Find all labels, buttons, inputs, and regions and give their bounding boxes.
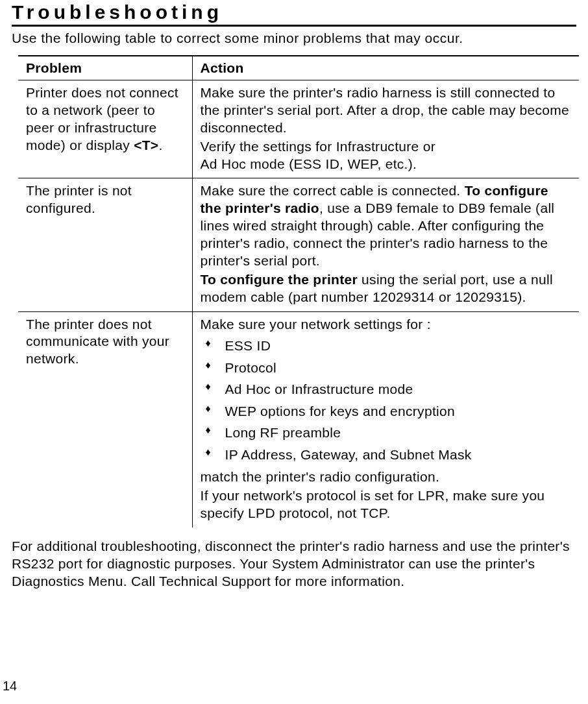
text: match the printer's radio configuration.: [201, 468, 573, 486]
text: Make sure your network settings for :: [201, 316, 573, 334]
list-item: IP Address, Gateway, and Subnet Mask: [204, 444, 573, 465]
text: Make sure the printer's radio harness is…: [201, 84, 573, 137]
page: Troubleshooting Use the following table …: [0, 0, 588, 704]
table-header-row: Problem Action: [18, 56, 579, 80]
cell-problem: The printer does not communicate with yo…: [18, 311, 192, 528]
table-row: The printer does not communicate with yo…: [18, 311, 579, 528]
text: .: [158, 138, 162, 152]
intro-text: Use the following table to correct some …: [12, 30, 576, 46]
cell-problem: The printer is not configured.: [18, 178, 192, 311]
cell-action: Make sure your network settings for : ES…: [192, 311, 579, 528]
text-bold: <T>: [134, 138, 158, 152]
page-title: Troubleshooting: [12, 0, 576, 23]
list-item: WEP options for keys and encryption: [204, 401, 573, 422]
footer-paragraph: For additional troubleshooting, disconne…: [12, 538, 576, 590]
text: Ad Hoc mode (ESS ID, WEP, etc.).: [201, 156, 417, 171]
text: Make sure the correct cable is connected…: [201, 183, 465, 198]
list-item: Ad Hoc or Infrastructure mode: [204, 379, 573, 400]
list-item: Long RF preamble: [204, 422, 573, 443]
table-row: Printer does not connect to a network (p…: [18, 80, 579, 178]
list-item: ESS ID: [204, 335, 573, 356]
bullet-list: ESS ID Protocol Ad Hoc or Infrastructure…: [201, 335, 573, 465]
header-action: Action: [192, 56, 579, 80]
text-bold: To configure the printer: [201, 272, 358, 287]
cell-problem: Printer does not connect to a network (p…: [18, 80, 192, 178]
title-rule: [12, 25, 576, 27]
header-problem: Problem: [18, 56, 192, 80]
list-item: Protocol: [204, 358, 573, 378]
table-row: The printer is not configured. Make sure…: [18, 178, 579, 311]
troubleshooting-table: Problem Action Printer does not connect …: [18, 55, 579, 528]
cell-action: Make sure the printer's radio harness is…: [192, 80, 579, 178]
page-number: 14: [3, 679, 17, 694]
text: Verify the settings for Infrastructure o…: [201, 139, 435, 154]
text: If your network's protocol is set for LP…: [201, 487, 573, 522]
cell-action: Make sure the correct cable is connected…: [192, 178, 579, 311]
